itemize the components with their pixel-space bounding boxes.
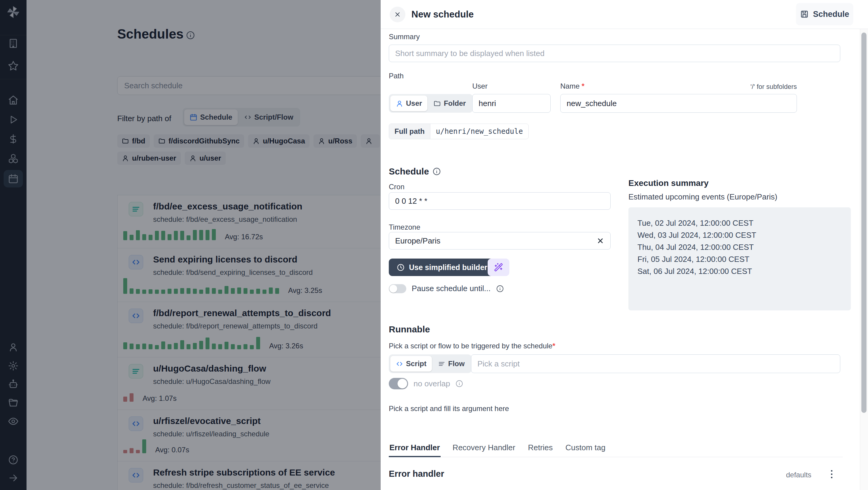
tab-recovery-handler[interactable]: Recovery Handler: [452, 443, 516, 457]
schedule-heading-text: Schedule: [389, 166, 429, 177]
error-handler-defaults-label[interactable]: defaults: [786, 471, 811, 479]
save-schedule-button[interactable]: Schedule: [796, 3, 853, 25]
required-asterisk: *: [553, 342, 555, 350]
type-option-label: Flow: [448, 360, 465, 368]
ai-cron-button[interactable]: [488, 258, 509, 276]
timezone-label: Timezone: [389, 223, 420, 232]
drawer-title: New schedule: [411, 9, 474, 20]
save-button-label: Schedule: [813, 10, 849, 19]
runnable-type-toggle: Script Flow: [389, 355, 472, 373]
path-user-input[interactable]: henri: [472, 94, 551, 113]
pick-script-input[interactable]: Pick a script: [471, 355, 840, 373]
code-icon: [396, 360, 403, 368]
upcoming-event: Wed, 03 Jul 2024, 12:00:00 CEST: [638, 229, 851, 241]
upcoming-event: Sat, 06 Jul 2024, 12:00:00 CEST: [638, 265, 851, 277]
pick-label-text: Pick a script or flow to be triggered by…: [389, 342, 553, 350]
summary-placeholder: Short summary to be displayed when liste…: [395, 49, 545, 58]
full-path-label: Full path: [389, 124, 430, 139]
clock-icon: [397, 264, 405, 272]
folder-icon: [433, 100, 441, 107]
timezone-input[interactable]: Europe/Paris: [389, 232, 611, 249]
owner-option-folder[interactable]: Folder: [428, 95, 471, 111]
summary-label: Summary: [389, 33, 420, 41]
cron-value: 0 0 12 * *: [395, 196, 427, 206]
modal-backdrop[interactable]: [0, 0, 381, 490]
user-value: henri: [478, 99, 496, 108]
save-icon: [800, 10, 809, 19]
pick-runnable-label: Pick a script or flow to be triggered by…: [389, 342, 555, 350]
subfolder-hint: '/' for subfolders: [750, 83, 797, 91]
close-icon: [394, 11, 401, 18]
clear-timezone-icon[interactable]: [596, 237, 604, 245]
tab-custom-tag[interactable]: Custom tag: [565, 443, 606, 457]
full-path-display: Full path u/henri/new_schedule: [389, 124, 529, 139]
new-schedule-drawer: New schedule Schedule Summary Short summ…: [381, 0, 868, 490]
upcoming-event: Fri, 05 Jul 2024, 12:00:00 CEST: [638, 253, 851, 265]
error-handler-heading: Error handler: [389, 469, 444, 479]
builder-button-label: Use simplified builder: [409, 263, 487, 272]
cron-label: Cron: [389, 183, 404, 191]
magic-wand-icon: [494, 263, 503, 272]
path-owner-toggle: User Folder: [389, 94, 473, 113]
owner-option-user[interactable]: User: [390, 95, 427, 111]
info-icon[interactable]: [433, 167, 441, 176]
no-overlap-toggle[interactable]: [389, 378, 408, 389]
arguments-hint: Pick a script and fill its argument here: [389, 404, 509, 413]
user-icon: [396, 100, 403, 107]
runnable-section-heading: Runnable: [389, 324, 430, 335]
tab-error-handler[interactable]: Error Handler: [389, 443, 441, 457]
no-overlap-row: no overlap: [389, 378, 463, 389]
path-label: Path: [389, 72, 404, 80]
type-option-script[interactable]: Script: [390, 356, 432, 372]
type-option-flow[interactable]: Flow: [433, 356, 470, 372]
execution-summary-heading: Execution summary: [628, 178, 709, 188]
path-user-label: User: [472, 82, 488, 90]
pause-schedule-label: Pause schedule until...: [412, 284, 491, 293]
full-path-value: u/henri/new_schedule: [430, 124, 528, 139]
owner-option-label: Folder: [444, 99, 466, 108]
info-icon[interactable]: [456, 380, 463, 388]
execution-summary-subheading: Estimated upcoming events (Europe/Paris): [628, 192, 777, 202]
pick-script-placeholder: Pick a script: [477, 359, 520, 369]
path-name-input[interactable]: new_schedule: [560, 94, 797, 113]
path-name-label: Name *: [560, 82, 584, 90]
name-value: new_schedule: [567, 99, 617, 108]
owner-option-label: User: [406, 99, 422, 108]
kebab-menu-icon[interactable]: [831, 470, 832, 478]
summary-input[interactable]: Short summary to be displayed when liste…: [389, 44, 840, 62]
required-asterisk: *: [582, 82, 584, 90]
schedule-section-heading: Schedule: [389, 166, 441, 177]
pause-schedule-toggle[interactable]: [389, 284, 406, 293]
tab-retries[interactable]: Retries: [527, 443, 553, 457]
close-drawer-button[interactable]: [390, 7, 405, 22]
drawer-scrollbar-thumb[interactable]: [861, 33, 867, 413]
type-option-label: Script: [406, 360, 427, 368]
cron-input[interactable]: 0 0 12 * *: [389, 192, 611, 210]
flow-icon: [438, 360, 445, 368]
pause-schedule-row: Pause schedule until...: [389, 284, 504, 293]
timezone-value: Europe/Paris: [395, 236, 440, 246]
use-simplified-builder-button[interactable]: Use simplified builder: [389, 258, 495, 276]
no-overlap-label: no overlap: [413, 379, 450, 389]
handler-tabs: Error Handler Recovery Handler Retries C…: [389, 443, 843, 457]
info-icon[interactable]: [496, 285, 504, 293]
upcoming-events-panel: Tue, 02 Jul 2024, 12:00:00 CEST Wed, 03 …: [628, 207, 851, 310]
upcoming-event: Thu, 04 Jul 2024, 12:00:00 CEST: [638, 241, 851, 253]
upcoming-event: Tue, 02 Jul 2024, 12:00:00 CEST: [638, 217, 851, 229]
name-label-text: Name: [560, 82, 580, 90]
